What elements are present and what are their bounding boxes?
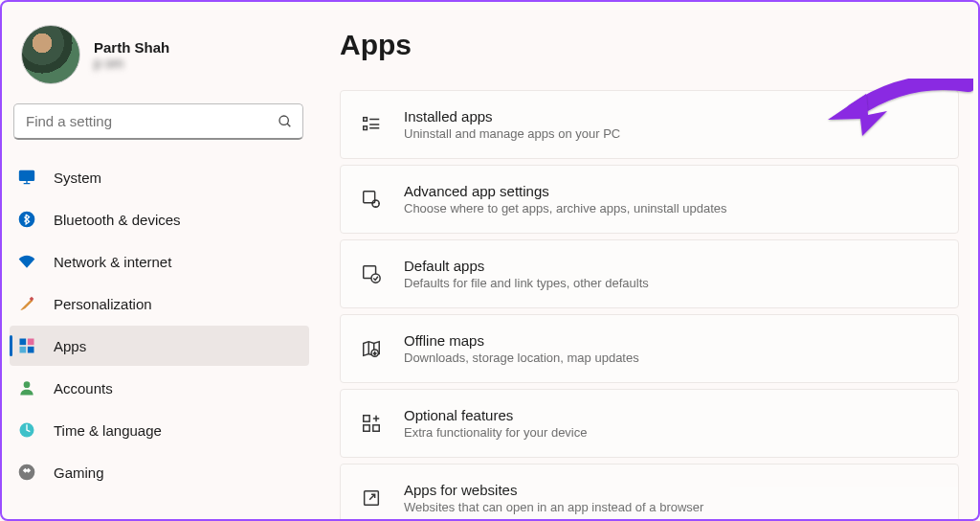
svg-point-0 xyxy=(279,116,288,125)
svg-rect-10 xyxy=(28,347,34,353)
svg-rect-15 xyxy=(364,126,368,130)
card-title: Installed apps xyxy=(404,108,620,125)
sidebar-item-label: System xyxy=(54,170,101,186)
svg-point-11 xyxy=(24,381,31,388)
search-box[interactable] xyxy=(13,103,303,140)
svg-rect-24 xyxy=(364,416,369,421)
card-advanced-app-settings[interactable]: Advanced app settings Choose where to ge… xyxy=(340,165,959,234)
search-input[interactable] xyxy=(26,113,278,129)
svg-point-20 xyxy=(372,200,379,207)
sidebar-item-system[interactable]: System xyxy=(10,157,309,197)
card-title: Apps for websites xyxy=(404,482,703,498)
card-title: Offline maps xyxy=(404,332,639,349)
svg-rect-7 xyxy=(20,339,27,346)
page-title: Apps xyxy=(340,29,959,61)
svg-rect-6 xyxy=(30,297,34,302)
card-desc: Defaults for file and link types, other … xyxy=(404,276,649,290)
svg-rect-25 xyxy=(364,425,369,431)
paintbrush-icon xyxy=(17,294,36,313)
wifi-icon xyxy=(17,252,36,271)
gaming-icon xyxy=(17,463,36,482)
avatar xyxy=(21,25,80,84)
main-content: Apps Installed apps Uninstall and manage… xyxy=(323,2,978,519)
card-apps-for-websites[interactable]: Apps for websites Websites that can open… xyxy=(340,464,959,519)
default-app-icon xyxy=(360,262,383,285)
user-name: Parth Shah xyxy=(94,39,169,56)
card-desc: Websites that can open in an app instead… xyxy=(404,500,703,514)
sidebar-item-personalization[interactable]: Personalization xyxy=(10,283,309,324)
card-desc: Uninstall and manage apps on your PC xyxy=(404,126,620,141)
system-icon xyxy=(17,168,36,187)
svg-rect-8 xyxy=(28,339,34,346)
card-default-apps[interactable]: Default apps Defaults for file and link … xyxy=(340,239,959,308)
person-icon xyxy=(17,378,36,397)
sidebar-item-label: Personalization xyxy=(54,296,152,312)
apps-icon xyxy=(17,336,36,355)
card-desc: Extra functionality for your device xyxy=(404,425,587,440)
card-optional-features[interactable]: Optional features Extra functionality fo… xyxy=(340,389,959,458)
sidebar-item-label: Accounts xyxy=(54,380,113,396)
map-icon xyxy=(360,337,383,360)
svg-point-13 xyxy=(19,464,35,481)
card-desc: Downloads, storage location, map updates xyxy=(404,351,639,365)
svg-line-1 xyxy=(287,124,290,126)
add-app-icon xyxy=(360,412,383,435)
search-icon xyxy=(278,114,293,129)
svg-rect-26 xyxy=(373,425,379,431)
svg-rect-14 xyxy=(364,118,368,122)
sidebar: Parth Shah p om System xyxy=(2,2,323,519)
card-offline-maps[interactable]: Offline maps Downloads, storage location… xyxy=(340,314,959,383)
svg-rect-2 xyxy=(20,170,34,180)
list-icon xyxy=(360,113,383,136)
card-desc: Choose where to get apps, archive apps, … xyxy=(404,201,727,215)
svg-rect-9 xyxy=(20,347,27,353)
sidebar-item-label: Network & internet xyxy=(54,254,171,270)
sidebar-item-accounts[interactable]: Accounts xyxy=(10,368,309,408)
bluetooth-icon xyxy=(17,210,36,229)
sidebar-item-network[interactable]: Network & internet xyxy=(10,241,309,282)
app-gear-icon xyxy=(360,188,383,211)
card-installed-apps[interactable]: Installed apps Uninstall and manage apps… xyxy=(340,90,959,159)
card-title: Optional features xyxy=(404,407,587,423)
clock-globe-icon xyxy=(17,420,36,440)
sidebar-item-apps[interactable]: Apps xyxy=(10,326,309,366)
user-account-block[interactable]: Parth Shah p om xyxy=(10,19,323,103)
sidebar-item-label: Gaming xyxy=(54,464,104,481)
card-title: Advanced app settings xyxy=(404,183,727,199)
sidebar-item-label: Time & language xyxy=(54,422,162,439)
sidebar-item-time-language[interactable]: Time & language xyxy=(10,410,309,450)
open-external-icon xyxy=(360,487,383,510)
settings-nav: System Bluetooth & devices Network & int… xyxy=(10,157,323,492)
sidebar-item-label: Bluetooth & devices xyxy=(54,212,181,228)
sidebar-item-label: Apps xyxy=(54,338,86,354)
sidebar-item-gaming[interactable]: Gaming xyxy=(10,452,309,492)
card-title: Default apps xyxy=(404,258,649,274)
sidebar-item-bluetooth[interactable]: Bluetooth & devices xyxy=(10,199,309,239)
svg-point-22 xyxy=(371,274,380,283)
user-email: p om xyxy=(94,56,169,71)
